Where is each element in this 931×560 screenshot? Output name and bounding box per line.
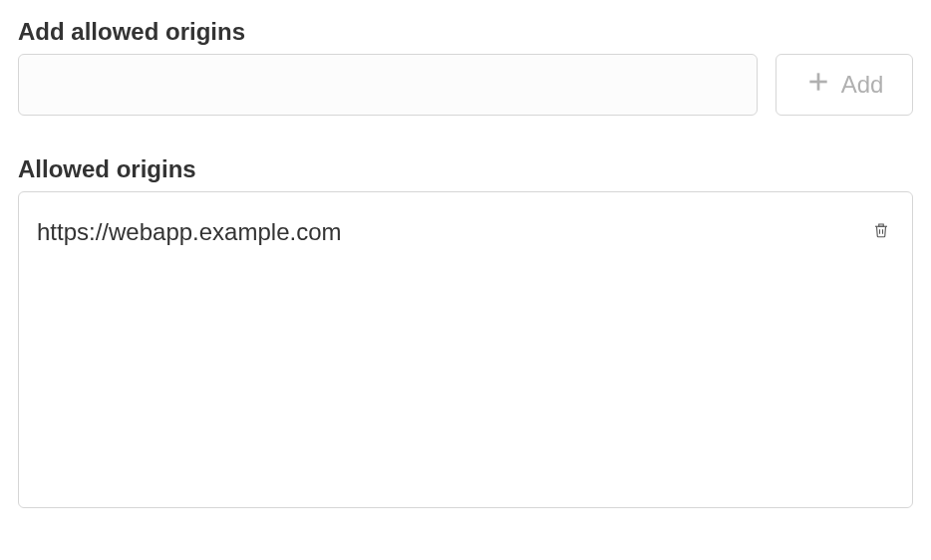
origin-input[interactable] [18, 54, 758, 116]
add-button-label: Add [841, 71, 884, 99]
add-button[interactable]: Add [776, 54, 913, 116]
trash-icon [872, 220, 890, 243]
plus-icon [805, 69, 831, 101]
allowed-origins-section: Allowed origins https://webapp.example.c… [18, 155, 913, 508]
origin-url-text: https://webapp.example.com [37, 218, 342, 246]
list-item: https://webapp.example.com [37, 210, 894, 253]
delete-origin-button[interactable] [868, 216, 894, 247]
add-origins-section: Add allowed origins Add [18, 18, 913, 116]
add-origins-label: Add allowed origins [18, 18, 913, 46]
origins-list-box: https://webapp.example.com [18, 191, 913, 508]
add-origins-row: Add [18, 54, 913, 116]
allowed-origins-label: Allowed origins [18, 155, 913, 183]
